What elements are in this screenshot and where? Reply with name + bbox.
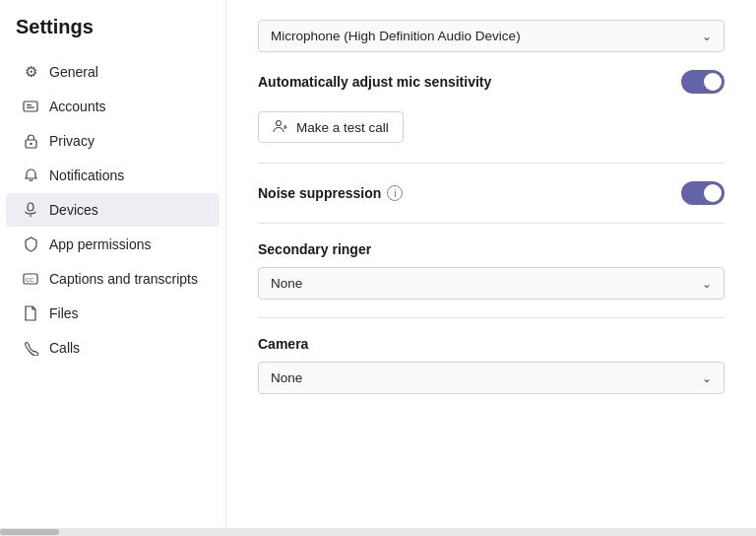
noise-label-group: Noise suppression i	[258, 185, 403, 201]
general-icon: ⚙	[22, 63, 39, 81]
sidebar-label-files: Files	[49, 305, 79, 321]
sidebar-label-accounts: Accounts	[49, 99, 106, 114]
divider-2	[258, 223, 724, 224]
scrollbar-thumb[interactable]	[0, 529, 59, 535]
camera-value: None	[271, 370, 302, 385]
divider-3	[258, 317, 724, 318]
calls-icon	[22, 339, 39, 357]
privacy-icon	[22, 132, 39, 150]
sidebar-label-privacy: Privacy	[49, 133, 94, 149]
horizontal-scrollbar[interactable]	[0, 528, 756, 536]
svg-point-9	[277, 121, 282, 126]
noise-suppression-toggle[interactable]	[681, 181, 724, 205]
sidebar-label-captions: Captions and transcripts	[49, 271, 198, 287]
noise-suppression-info-icon[interactable]: i	[387, 185, 403, 201]
sidebar-item-accounts[interactable]: Accounts	[6, 90, 220, 123]
sidebar-item-devices[interactable]: Devices	[6, 193, 220, 227]
svg-point-4	[30, 143, 32, 145]
secondary-ringer-section: Secondary ringer None ⌄	[258, 241, 724, 300]
app-layout: Settings ⚙ General Accounts	[0, 0, 756, 528]
test-call-icon	[273, 119, 288, 135]
auto-adjust-label: Automatically adjust mic sensitivity	[258, 74, 491, 90]
microphone-dropdown-arrow: ⌄	[702, 30, 712, 43]
sidebar-item-privacy[interactable]: Privacy	[6, 124, 220, 158]
sidebar-item-general[interactable]: ⚙ General	[6, 55, 220, 89]
camera-dropdown[interactable]: None ⌄	[258, 362, 724, 394]
settings-title: Settings	[0, 16, 225, 54]
sidebar-label-devices: Devices	[49, 202, 98, 218]
svg-text:CC: CC	[26, 277, 34, 283]
svg-rect-0	[24, 101, 37, 111]
sidebar-label-calls: Calls	[49, 340, 80, 356]
auto-adjust-row: Automatically adjust mic sensitivity	[258, 70, 724, 94]
secondary-ringer-label: Secondary ringer	[258, 241, 724, 257]
sidebar-item-captions[interactable]: CC Captions and transcripts	[6, 262, 220, 296]
sidebar-label-notifications: Notifications	[49, 168, 124, 183]
sidebar-label-app-permissions: App permissions	[49, 236, 152, 252]
camera-section: Camera None ⌄	[258, 336, 724, 394]
camera-dropdown-arrow: ⌄	[702, 371, 712, 385]
sidebar: Settings ⚙ General Accounts	[0, 0, 226, 528]
sidebar-item-files[interactable]: Files	[6, 297, 220, 330]
sidebar-item-app-permissions[interactable]: App permissions	[6, 228, 220, 261]
test-call-label: Make a test call	[296, 120, 389, 135]
svg-rect-2	[27, 107, 34, 108]
auto-adjust-toggle[interactable]	[681, 70, 724, 94]
notifications-icon	[22, 167, 39, 184]
microphone-dropdown[interactable]: Microphone (High Definition Audio Device…	[258, 20, 724, 52]
noise-suppression-row: Noise suppression i	[258, 181, 724, 205]
noise-suppression-label: Noise suppression	[258, 185, 381, 201]
content-area: Microphone (High Definition Audio Device…	[226, 0, 756, 528]
camera-label: Camera	[258, 336, 724, 352]
sidebar-item-notifications[interactable]: Notifications	[6, 159, 220, 192]
captions-icon: CC	[22, 270, 39, 288]
secondary-ringer-arrow: ⌄	[702, 277, 712, 291]
svg-point-5	[28, 203, 33, 211]
sidebar-label-general: General	[49, 64, 98, 80]
test-call-button[interactable]: Make a test call	[258, 111, 404, 143]
secondary-ringer-value: None	[271, 276, 302, 291]
devices-icon	[22, 201, 39, 219]
accounts-icon	[22, 98, 39, 115]
svg-rect-1	[27, 104, 32, 105]
divider-1	[258, 163, 724, 164]
secondary-ringer-dropdown[interactable]: None ⌄	[258, 267, 724, 300]
auto-adjust-toggle-knob	[704, 73, 722, 91]
noise-suppression-toggle-knob	[704, 184, 722, 202]
sidebar-item-calls[interactable]: Calls	[6, 331, 220, 365]
app-permissions-icon	[22, 235, 39, 253]
microphone-value: Microphone (High Definition Audio Device…	[271, 29, 521, 43]
files-icon	[22, 304, 39, 322]
